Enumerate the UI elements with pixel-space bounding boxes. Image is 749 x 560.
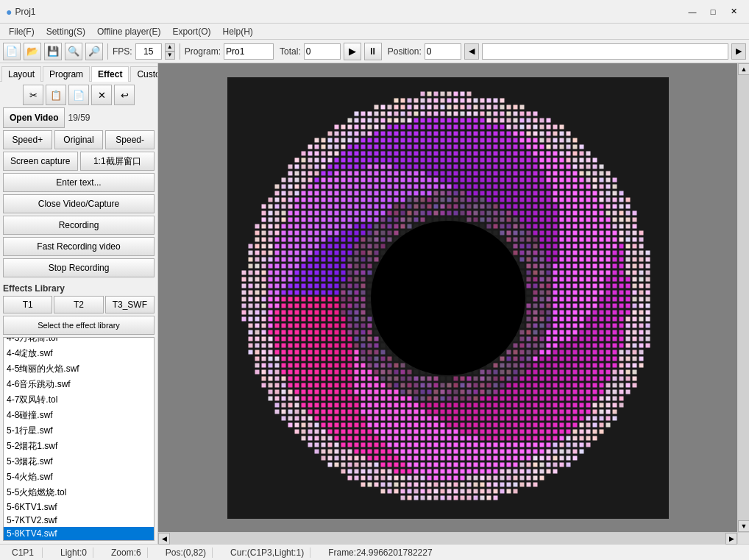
list-item[interactable]: 5-8KTV4.swf — [4, 527, 154, 540]
app-icon: ● — [6, 6, 12, 18]
recording-btn[interactable]: Recording — [3, 216, 155, 235]
scroll-track-h[interactable] — [170, 533, 725, 544]
menubar: File(F) Setting(S) Offline player(E) Exp… — [0, 24, 749, 40]
right-panel: ▲ ▼ ◀ ▶ — [158, 63, 749, 544]
list-item[interactable]: 5-6KTV1.swf — [4, 500, 154, 514]
list-item[interactable]: 4-8碰撞.swf — [4, 408, 154, 423]
effect-tab-t3swf[interactable]: T3_SWF — [105, 296, 155, 313]
list-item[interactable]: 5-1行星.swf — [4, 423, 154, 439]
effects-tabs: T1 T2 T3_SWF — [3, 296, 155, 313]
scroll-right-btn[interactable]: ▶ — [725, 533, 737, 545]
btn-paste[interactable]: 📄 — [68, 85, 89, 105]
tab-layout[interactable]: Layout — [1, 66, 41, 82]
fps-down[interactable]: ▼ — [165, 52, 175, 60]
fast-recording-btn[interactable]: Fast Recording video — [3, 237, 155, 256]
open-video-btn[interactable]: Open Video — [3, 107, 65, 128]
effect-tab-t1[interactable]: T1 — [3, 296, 52, 313]
scroll-down-btn[interactable]: ▼ — [738, 520, 749, 532]
fps-input[interactable] — [135, 43, 162, 60]
capture-row: Screen capture 1:1截屏窗口 — [3, 152, 155, 171]
fps-up[interactable]: ▲ — [165, 43, 175, 52]
pause-button[interactable]: ⏸ — [364, 43, 382, 60]
btn-delete[interactable]: ✕ — [91, 85, 112, 105]
original-btn[interactable]: Original — [54, 130, 104, 149]
speed-row: Speed+ Original Speed- — [3, 130, 155, 149]
list-item[interactable]: 4-5绚丽的火焰.swf — [4, 361, 154, 377]
list-item[interactable]: 4-7双风转.tol — [4, 392, 154, 408]
position-input[interactable] — [425, 43, 461, 60]
position-bar[interactable] — [482, 43, 728, 60]
panel-controls: ✂ 📋 📄 ✕ ↩ Open Video 19/59 Speed+ Origin… — [0, 82, 157, 280]
scroll-up-btn[interactable]: ▲ — [738, 63, 749, 75]
status-cur: Cur:(C1P3,Light:1) — [224, 547, 310, 558]
toolbar-save[interactable]: 💾 — [44, 43, 62, 60]
menu-help[interactable]: Help(H) — [217, 25, 259, 38]
tab-program[interactable]: Program — [43, 66, 90, 82]
left-panel: Layout Program Effect Custom ◀ ▶ ✂ 📋 📄 ✕… — [0, 63, 158, 544]
total-label: Total: — [280, 46, 301, 57]
menu-export[interactable]: Export(O) — [167, 25, 217, 38]
toolbar-open[interactable]: 📂 — [24, 43, 41, 60]
video-count: 19/59 — [68, 113, 90, 123]
position-label: Position: — [388, 46, 422, 57]
list-item[interactable]: 4-3万花筒.tol — [4, 337, 154, 346]
effects-list-container: 3-3多类形两边向中间.tol3-4多类形移动.tol3-5变形1.tol3-6… — [3, 337, 155, 541]
toolbar-new[interactable]: 📄 — [3, 43, 21, 60]
effect-tab-t2[interactable]: T2 — [54, 296, 103, 313]
scroll-track-v[interactable] — [738, 75, 749, 520]
minimize-button[interactable]: — — [683, 4, 702, 19]
h-scrollbar[interactable]: ◀ ▶ — [158, 532, 737, 544]
close-video-btn[interactable]: Close Video/Capture — [3, 194, 155, 213]
icon-btn-row: ✂ 📋 📄 ✕ ↩ — [3, 85, 155, 105]
close-button[interactable]: ✕ — [724, 4, 743, 19]
list-item[interactable]: 5-3烟花.swf — [4, 454, 154, 469]
pos-fwd-button[interactable]: ▶ — [731, 43, 746, 60]
window-controls: — □ ✕ — [683, 4, 743, 19]
fps-spin: ▲ ▼ — [165, 43, 175, 60]
list-item[interactable]: 5-5火焰燃烧.tol — [4, 485, 154, 500]
list-item[interactable]: 5-2烟花1.swf — [4, 439, 154, 454]
scroll-corner — [737, 532, 749, 544]
program-input[interactable] — [224, 43, 274, 60]
select-effect-btn[interactable]: Select the effect library — [3, 316, 155, 335]
program-label: Program: — [185, 46, 221, 57]
btn-undo[interactable]: ↩ — [114, 85, 135, 105]
status-pos: Pos:(0,82) — [160, 547, 213, 558]
play-button[interactable]: ▶ — [344, 43, 361, 60]
screen-capture-btn[interactable]: Screen capture — [3, 152, 78, 171]
stop-recording-btn[interactable]: Stop Recording — [3, 258, 155, 277]
v-scrollbar: ▲ ▼ — [737, 63, 749, 532]
aspect-ratio-btn[interactable]: 1:1截屏窗口 — [80, 152, 155, 171]
maximize-button[interactable]: □ — [703, 4, 723, 19]
list-item[interactable]: 5-4火焰.swf — [4, 469, 154, 485]
app-title: Proj1 — [15, 7, 683, 17]
status-zoom: Zoom:6 — [105, 547, 148, 558]
h-scrollbar-row: ◀ ▶ — [158, 532, 749, 544]
menu-file[interactable]: File(F) — [3, 25, 40, 38]
tab-bar: Layout Program Effect Custom ◀ ▶ — [0, 63, 157, 82]
led-display — [227, 77, 669, 519]
enter-text-btn[interactable]: Enter text... — [3, 173, 155, 192]
speed-minus-btn[interactable]: Speed- — [105, 130, 155, 149]
list-item[interactable]: 4-4绽放.swf — [4, 346, 154, 361]
titlebar: ● Proj1 — □ ✕ — [0, 0, 749, 24]
main-area: Layout Program Effect Custom ◀ ▶ ✂ 📋 📄 ✕… — [0, 63, 749, 544]
btn-cut[interactable]: ✂ — [23, 85, 43, 105]
total-input[interactable] — [304, 43, 341, 60]
speed-plus-btn[interactable]: Speed+ — [3, 130, 52, 149]
list-item[interactable]: 5-7KTV2.swf — [4, 514, 154, 527]
menu-setting[interactable]: Setting(S) — [40, 25, 91, 38]
list-item[interactable]: 4-6音乐跳动.swf — [4, 377, 154, 392]
toolbar-sep2 — [180, 43, 180, 60]
status-light: Light:0 — [54, 547, 93, 558]
toolbar-search2[interactable]: 🔎 — [85, 43, 103, 60]
pos-back-button[interactable]: ◀ — [464, 43, 479, 60]
menu-offline-player[interactable]: Offline player(E) — [91, 25, 166, 38]
scroll-left-btn[interactable]: ◀ — [158, 533, 170, 545]
btn-copy[interactable]: 📋 — [46, 85, 66, 105]
toolbar-search[interactable]: 🔍 — [65, 43, 82, 60]
effects-list[interactable]: 3-3多类形两边向中间.tol3-4多类形移动.tol3-5变形1.tol3-6… — [3, 337, 155, 541]
effects-section: Effects Library T1 T2 T3_SWF Select the … — [0, 280, 157, 544]
tab-custom[interactable]: Custom — [130, 66, 158, 82]
tab-effect[interactable]: Effect — [91, 66, 129, 82]
